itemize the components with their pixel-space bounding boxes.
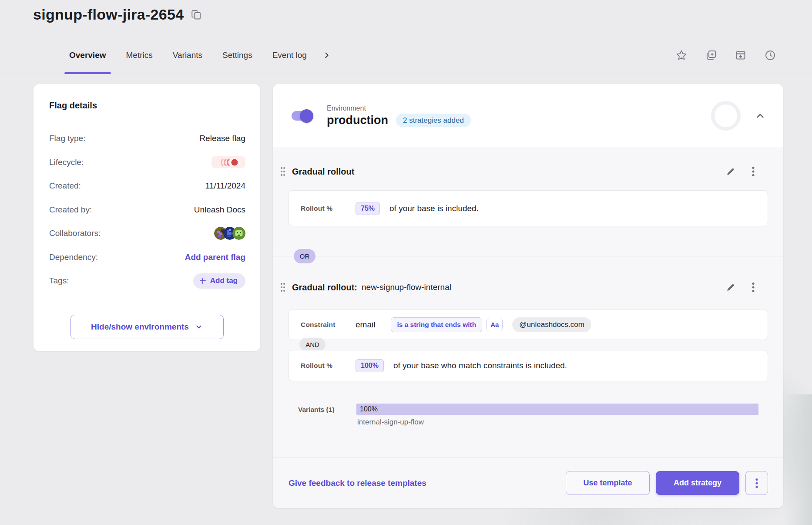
hide-show-environments-button[interactable]: Hide/show environments [70, 315, 224, 339]
strategy-2-header: Gradual rollout: new-signup-flow-interna… [273, 280, 783, 295]
chevron-down-icon [195, 323, 203, 331]
avatar [232, 227, 245, 240]
environment-toggle[interactable] [292, 111, 312, 121]
strategy-menu-button[interactable] [746, 280, 761, 295]
footer-menu-button[interactable] [745, 471, 768, 495]
environment-footer: Give feedback to release templates Use t… [273, 458, 783, 508]
metrics-donut-placeholder [711, 101, 741, 131]
add-parent-flag-link[interactable]: Add parent flag [185, 252, 245, 262]
tab-variants[interactable]: Variants [163, 37, 212, 74]
constraint-operator-badge: is a string that ends with [391, 317, 482, 332]
strategy-1-title: Gradual rollout [292, 167, 354, 177]
use-template-button[interactable]: Use template [566, 471, 650, 495]
archive-button[interactable] [735, 49, 747, 61]
constraint-value-pill: @unleashdocs.com [512, 317, 591, 332]
strategy-menu-button[interactable] [746, 164, 761, 179]
environment-header: Environment production 2 strategies adde… [273, 84, 783, 148]
lifecycle-label: Lifecycle: [49, 158, 84, 167]
tab-event-log[interactable]: Event log [262, 37, 317, 74]
variant-name: internal-sign-up-flow [357, 418, 424, 427]
created-value: 11/11/2024 [205, 181, 245, 191]
edit-strategy-button[interactable] [723, 164, 738, 179]
dependency-label: Dependency: [49, 252, 98, 262]
rollout-percent-badge: 75% [356, 202, 380, 215]
collaborator-avatars [214, 227, 245, 240]
kebab-icon [755, 478, 758, 488]
header-actions [675, 37, 776, 74]
variants-label: Variants (1) [298, 406, 335, 414]
copy-flag-name-button[interactable] [191, 9, 202, 20]
tags-label: Tags: [49, 276, 69, 286]
drag-handle-icon[interactable] [280, 282, 286, 294]
rollout-percent-badge: 100% [356, 359, 384, 372]
created-by-value: Unleash Docs [194, 205, 245, 215]
collaborators-row: Collaborators: [49, 222, 245, 246]
created-label: Created: [49, 181, 81, 191]
tab-metrics[interactable]: Metrics [116, 37, 163, 74]
and-pill: AND [299, 338, 325, 351]
plus-icon [199, 277, 206, 284]
lifecycle-live-icon [218, 158, 238, 166]
flag-type-row: Flag type: Release flag [49, 127, 245, 151]
flag-type-label: Flag type: [49, 134, 85, 143]
chevron-right-icon [323, 51, 331, 59]
page-header: signup-flow-jira-2654 [33, 6, 202, 23]
environment-panel: Environment production 2 strategies adde… [273, 84, 783, 508]
created-by-label: Created by: [49, 205, 92, 215]
environment-name: production [327, 114, 388, 127]
lifecycle-row: Lifecycle: [49, 151, 245, 175]
variant-split-bar: 100% [356, 404, 758, 415]
page-title: signup-flow-jira-2654 [33, 6, 184, 23]
rollout-text: of your base who match constraints is in… [393, 361, 567, 370]
tags-row: Tags: Add tag [49, 269, 245, 293]
lifecycle-stage-badge[interactable] [211, 156, 245, 168]
strategy-2-title: Gradual rollout: [292, 283, 357, 293]
rollout-card: Rollout % 100% of your base who match co… [289, 350, 768, 381]
created-by-row: Created by: Unleash Docs [49, 198, 245, 222]
tabs-overflow-button[interactable] [323, 37, 331, 74]
or-pill: OR [294, 249, 315, 263]
add-tag-label: Add tag [210, 276, 238, 285]
pencil-icon [726, 283, 735, 292]
toggle-thumb [300, 109, 313, 123]
strategy-separator-line [273, 256, 783, 256]
strategies-list: Gradual rollout Rollout % 75% of your ba… [273, 148, 783, 458]
strategy-2-name: new-signup-flow-internal [362, 283, 451, 292]
edit-strategy-button[interactable] [723, 280, 738, 295]
flag-details-panel: Flag details Flag type: Release flag Lif… [34, 84, 260, 351]
hide-show-label: Hide/show environments [91, 322, 189, 332]
copy-flag-button[interactable] [705, 49, 717, 61]
environment-label: Environment [327, 104, 471, 112]
feedback-link[interactable]: Give feedback to release templates [289, 478, 426, 488]
rollout-card: Rollout % 75% of your base is included. [289, 190, 768, 226]
star-icon [675, 49, 688, 61]
history-button[interactable] [764, 49, 776, 61]
created-row: Created: 11/11/2024 [49, 174, 245, 198]
flag-details-heading: Flag details [49, 101, 245, 111]
constraint-field: email [356, 320, 375, 330]
chevron-up-icon [754, 109, 767, 122]
kebab-icon [752, 166, 755, 177]
copy-icon [191, 9, 202, 20]
add-tag-button[interactable]: Add tag [193, 273, 245, 289]
clock-icon [764, 49, 776, 61]
strategies-count-badge: 2 strategies added [396, 114, 471, 127]
tab-overview[interactable]: Overview [59, 37, 116, 74]
kebab-icon [752, 282, 755, 293]
tab-settings[interactable]: Settings [212, 37, 262, 74]
collaborators-label: Collaborators: [49, 229, 101, 238]
favorite-button[interactable] [675, 49, 688, 61]
drag-handle-icon[interactable] [280, 166, 286, 178]
pencil-icon [726, 167, 735, 176]
rollout-label: Rollout % [301, 205, 356, 212]
collapse-environment-button[interactable] [754, 109, 767, 122]
variant-percent: 100% [360, 405, 378, 413]
archive-icon [735, 49, 747, 61]
add-strategy-button[interactable]: Add strategy [656, 471, 739, 495]
rollout-label: Rollout % [301, 362, 356, 370]
dependency-row: Dependency: Add parent flag [49, 246, 245, 269]
strategy-1-header: Gradual rollout [273, 164, 783, 179]
flag-type-value: Release flag [199, 134, 245, 143]
duplicate-plus-icon [705, 49, 717, 61]
case-sensitive-badge: Aa [487, 318, 503, 331]
